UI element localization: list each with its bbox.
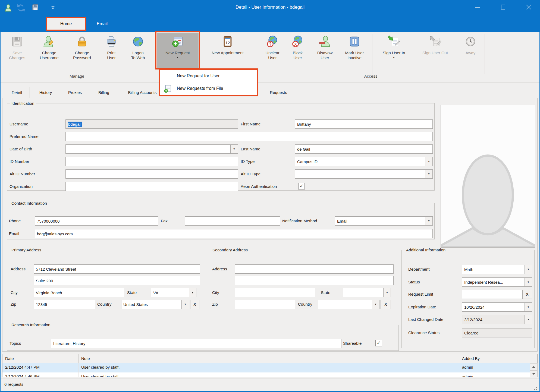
tab-proxies[interactable]: Proxies <box>61 87 89 98</box>
new-request-dropdown-arrow-icon[interactable]: ▼ <box>177 56 179 59</box>
expiration-date-combo[interactable]: 10/26/2024▼ <box>462 302 532 312</box>
block-user-button[interactable]: X Block User <box>286 33 309 68</box>
primary-country-combo[interactable]: United States▼ <box>121 300 189 309</box>
new-appointment-label: New Appointment <box>212 50 244 55</box>
save-changes-label: Save <box>12 50 22 55</box>
tab-history[interactable]: History <box>32 87 59 98</box>
chevron-down-icon[interactable]: ▼ <box>189 288 196 297</box>
sign-user-in-dropdown-arrow-icon[interactable]: ▼ <box>393 56 395 59</box>
logon-to-web-button[interactable]: Logon To Web <box>125 33 151 68</box>
preferred-name-field[interactable] <box>65 132 433 141</box>
id-type-combo[interactable]: Campus ID▼ <box>295 157 433 166</box>
print-user-label: Print <box>107 50 116 55</box>
secondary-address-line2-field[interactable] <box>235 276 394 285</box>
close-button[interactable] <box>520 0 537 15</box>
note-added-by-cell[interactable]: admin <box>459 363 530 372</box>
chevron-down-icon[interactable]: ▼ <box>372 300 379 309</box>
note-text-cell[interactable]: User cleared by staff. <box>79 372 459 377</box>
note-added-by-cell[interactable]: admin <box>459 372 530 377</box>
secondary-city-field[interactable] <box>235 288 315 297</box>
tab-billing[interactable]: Billing <box>91 87 117 98</box>
away-button[interactable]: Away <box>459 33 482 68</box>
new-appointment-button[interactable]: 12 New Appointment <box>201 33 254 68</box>
column-header-date[interactable]: Date <box>2 354 79 363</box>
primary-city-field[interactable]: Virginia Beach <box>34 288 124 297</box>
scroll-down-button[interactable] <box>530 370 538 377</box>
primary-country-clear-button[interactable]: X <box>190 300 199 309</box>
last-changed-date-combo[interactable]: 2/12/2024▼ <box>462 315 532 324</box>
status-combo[interactable]: Independent Resea...▼ <box>462 277 532 287</box>
id-number-field[interactable] <box>65 157 238 166</box>
note-text-cell[interactable]: User cleared by staff. <box>79 363 459 372</box>
tab-requests[interactable]: Requests <box>261 87 296 98</box>
unclear-user-button[interactable]: ? Unclear User <box>260 33 285 68</box>
chevron-down-icon[interactable]: ▼ <box>425 170 432 178</box>
change-username-button[interactable]: Change Username <box>32 33 67 68</box>
sign-user-in-button[interactable]: Sign User In ▼ <box>376 33 412 68</box>
chevron-down-icon[interactable]: ▼ <box>425 157 432 166</box>
mark-user-inactive-button[interactable]: Mark User Inactive <box>340 33 369 68</box>
chevron-down-icon[interactable]: ▼ <box>525 278 532 286</box>
email-field[interactable]: bdg@atlas-sys.com <box>35 229 433 238</box>
chevron-down-icon[interactable]: ▼ <box>383 288 391 297</box>
menu-item-new-requests-from-file[interactable]: New Requests from File <box>160 82 257 95</box>
tab-home[interactable]: Home <box>46 17 86 31</box>
status-label: Status <box>408 280 420 284</box>
secondary-address-line1-field[interactable] <box>235 264 394 274</box>
chevron-down-icon[interactable]: ▼ <box>230 145 238 153</box>
chevron-down-icon[interactable]: ▼ <box>425 217 432 225</box>
note-date-cell[interactable]: 2/12/2024 4:46 PM <box>2 372 79 377</box>
primary-address-legend: Primary Address <box>10 248 43 252</box>
disavow-user-button[interactable]: Disavow User <box>310 33 340 68</box>
date-of-birth-field[interactable]: ▼ <box>65 144 238 154</box>
title-bar: Detail - User Information - bdegail <box>0 0 540 16</box>
topics-field[interactable]: Literature, History <box>51 339 341 348</box>
tab-email[interactable]: Email <box>90 18 114 29</box>
secondary-country-combo[interactable]: ▼ <box>318 300 379 309</box>
minimize-button[interactable] <box>469 0 486 15</box>
aeon-authentication-checkbox[interactable]: ✓ <box>298 183 305 189</box>
note-date-cell[interactable]: 2/12/2024 4:47 PM <box>2 363 79 372</box>
scroll-up-button[interactable] <box>530 363 538 370</box>
chevron-down-icon[interactable]: ▼ <box>525 303 532 311</box>
tab-detail[interactable]: Detail <box>4 87 30 98</box>
column-header-note[interactable]: Note <box>79 354 459 363</box>
request-limit-field[interactable] <box>462 290 522 299</box>
change-password-button[interactable]: Change Password <box>68 33 96 68</box>
primary-address-line1-field[interactable]: 5712 Cleveland Street <box>34 264 200 274</box>
shareable-checkbox[interactable]: ✓ <box>375 340 382 346</box>
secondary-zip-field[interactable] <box>235 300 295 309</box>
print-user-button[interactable]: Print User <box>98 33 124 68</box>
primary-address-line2-field[interactable]: Suite 200 <box>34 276 200 285</box>
tab-billing-label: Billing <box>98 90 109 95</box>
resize-grip-icon[interactable] <box>536 387 537 388</box>
request-limit-clear-button[interactable]: X <box>522 290 532 299</box>
primary-state-combo[interactable]: VA▼ <box>151 288 196 297</box>
department-combo[interactable]: Math▼ <box>462 265 532 274</box>
save-changes-button[interactable]: Save Changes <box>5 33 29 68</box>
chevron-down-icon[interactable]: ▼ <box>525 315 532 324</box>
date-of-birth-label: Date of Birth <box>10 147 32 151</box>
new-request-button[interactable]: New Request ▼ <box>157 33 199 68</box>
alt-id-type-combo[interactable]: ▼ <box>295 169 433 179</box>
phone-field[interactable]: 7570000000 <box>35 216 158 226</box>
sign-user-out-button[interactable]: Sign User Out <box>413 33 457 68</box>
column-header-added-by[interactable]: Added By <box>459 354 530 363</box>
secondary-state-combo[interactable]: ▼ <box>343 288 391 297</box>
username-value: bdegail <box>68 122 82 127</box>
first-name-field[interactable]: Brittany <box>295 119 433 129</box>
chevron-down-icon[interactable]: ▼ <box>525 265 532 274</box>
fax-field[interactable] <box>185 216 280 226</box>
chevron-down-icon[interactable]: ▼ <box>181 300 189 309</box>
username-field[interactable]: bdegail <box>65 119 238 129</box>
secondary-country-clear-button[interactable]: X <box>381 300 391 309</box>
alt-id-number-field[interactable] <box>65 169 238 179</box>
organization-field[interactable] <box>65 182 238 191</box>
primary-zip-field[interactable]: 12345 <box>34 300 95 309</box>
maximize-button[interactable] <box>495 0 511 15</box>
notification-method-combo[interactable]: Email▼ <box>335 216 433 226</box>
last-name-field[interactable]: de Gail <box>295 144 433 154</box>
svg-text:X: X <box>294 42 297 46</box>
tab-proxies-label: Proxies <box>68 90 82 95</box>
menu-item-new-request-for-user[interactable]: New Request for User <box>160 70 257 82</box>
